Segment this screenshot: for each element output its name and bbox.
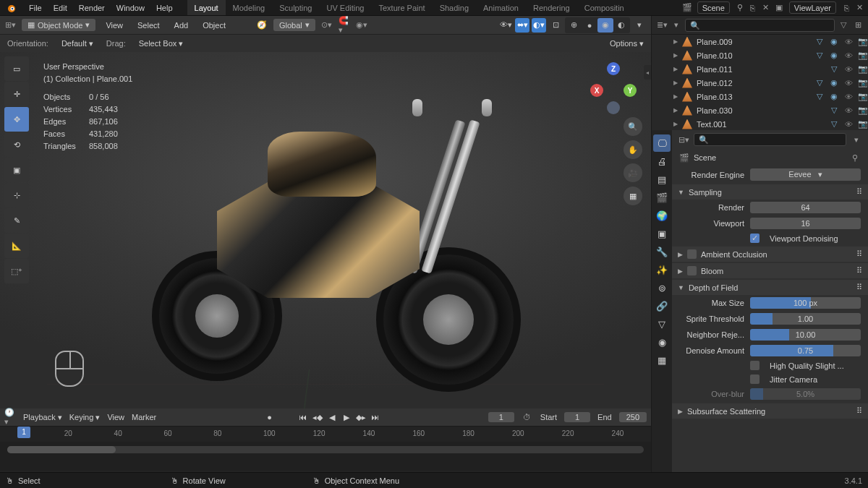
workspace-compositing[interactable]: Compositin bbox=[577, 0, 631, 15]
blender-logo-icon[interactable] bbox=[4, 1, 19, 15]
zoom-icon[interactable]: 🔍 bbox=[624, 117, 642, 136]
disable-render-icon[interactable]: 📷 bbox=[858, 51, 868, 60]
vp-menu-select[interactable]: Select bbox=[133, 21, 164, 30]
perspective-icon[interactable]: ▦ bbox=[624, 187, 642, 205]
tab-output[interactable]: 🖨 bbox=[653, 153, 671, 170]
data-icon[interactable]: ▽ bbox=[814, 37, 825, 46]
outliner-search[interactable] bbox=[685, 19, 835, 32]
disable-render-icon[interactable]: 📷 bbox=[858, 119, 868, 129]
tab-modifiers[interactable]: 🔧 bbox=[653, 243, 671, 260]
tool-select-box[interactable]: ▭ bbox=[4, 56, 29, 81]
pivot-icon[interactable]: ⊙▾ bbox=[321, 20, 333, 31]
tl-marker[interactable]: Marker bbox=[132, 413, 156, 421]
tool-move[interactable]: ✥ bbox=[4, 107, 29, 132]
hide-viewport-icon[interactable]: 👁 bbox=[843, 38, 854, 46]
hide-viewport-icon[interactable]: 👁 bbox=[843, 120, 854, 129]
overlays-icon[interactable]: ◐▾ bbox=[532, 18, 546, 33]
clock-icon[interactable]: ⏱ bbox=[522, 411, 533, 423]
outliner-row[interactable]: ▶Plane.013▽◉👁📷 bbox=[652, 90, 868, 103]
mode-dropdown[interactable]: ▦ Object Mode ▾ bbox=[22, 19, 95, 31]
outliner-row[interactable]: ▶Plane.011▽👁📷 bbox=[652, 62, 868, 76]
disclosure-icon[interactable]: ▶ bbox=[673, 38, 678, 45]
tab-physics[interactable]: ⊚ bbox=[653, 279, 671, 296]
hide-viewport-icon[interactable]: 👁 bbox=[843, 51, 854, 60]
outliner-row[interactable]: ▶Plane.010▽◉👁📷 bbox=[652, 48, 868, 62]
hide-viewport-icon[interactable]: 👁 bbox=[843, 65, 854, 74]
jump-end-icon[interactable]: ⏭ bbox=[369, 411, 382, 424]
autokey-icon[interactable]: ● bbox=[263, 411, 276, 424]
menu-render[interactable]: Render bbox=[73, 0, 111, 15]
orientation-value[interactable]: Default ▾ bbox=[61, 39, 93, 48]
scene-name-prop[interactable]: Scene bbox=[694, 153, 716, 162]
tl-view[interactable]: View bbox=[107, 413, 124, 421]
tab-viewlayer[interactable]: ▤ bbox=[653, 171, 671, 188]
disclosure-icon[interactable]: ▶ bbox=[673, 80, 678, 86]
jump-next-key-icon[interactable]: ◆▸ bbox=[354, 411, 367, 424]
den-value[interactable]: 0.75 bbox=[750, 345, 861, 356]
tab-texture[interactable]: ▦ bbox=[653, 351, 671, 369]
tool-scale[interactable]: ▣ bbox=[4, 158, 29, 182]
menu-edit[interactable]: Edit bbox=[48, 0, 73, 15]
playhead[interactable]: 1 bbox=[17, 427, 30, 438]
axis-neg[interactable] bbox=[607, 101, 620, 114]
hide-viewport-icon[interactable]: 👁 bbox=[843, 79, 854, 87]
orientation-icon[interactable]: 🧭 bbox=[256, 20, 268, 31]
orientation-dropdown[interactable]: Global ▾ bbox=[273, 19, 315, 31]
options-dropdown[interactable]: Options ▾ bbox=[610, 39, 644, 48]
axis-x[interactable]: X bbox=[590, 84, 603, 97]
tab-constraints[interactable]: 🔗 bbox=[653, 297, 671, 314]
data-icon[interactable]: ▽ bbox=[829, 64, 839, 74]
tab-particles[interactable]: ✨ bbox=[653, 261, 671, 278]
panel-ao[interactable]: ▶Ambient Occlusion⠿ bbox=[672, 247, 868, 262]
outliner-mode-icon[interactable]: ▾ bbox=[671, 20, 682, 31]
outliner-tree[interactable]: ▶Plane.009▽◉👁📷▶Plane.010▽◉👁📷▶Plane.011▽👁… bbox=[652, 35, 868, 130]
new-collection-icon[interactable]: ⊞ bbox=[852, 20, 864, 31]
tool-cursor[interactable]: ✛ bbox=[4, 82, 29, 106]
data-icon[interactable]: ▽ bbox=[814, 92, 825, 101]
current-frame[interactable]: 1 bbox=[488, 412, 514, 422]
workspace-sculpting[interactable]: Sculpting bbox=[272, 0, 319, 15]
tab-render[interactable]: 🖵 bbox=[653, 134, 671, 152]
playback-dropdown[interactable]: Playback ▾ bbox=[23, 413, 62, 422]
3d-viewport[interactable]: ▭ ✛ ✥ ⟲ ▣ ⊹ ✎ 📐 ⬚⁺ User Perspective (1) … bbox=[0, 52, 651, 408]
shading-options-icon[interactable]: ▾ bbox=[632, 18, 647, 33]
props-search[interactable] bbox=[694, 133, 846, 146]
neigh-value[interactable]: 10.00 bbox=[750, 329, 861, 341]
disclosure-icon[interactable]: ▶ bbox=[673, 52, 678, 59]
denoise-checkbox[interactable]: ✓ bbox=[750, 234, 760, 243]
disclosure-icon[interactable]: ▶ bbox=[673, 93, 678, 100]
shading-solid-icon[interactable]: ● bbox=[582, 18, 597, 33]
vp-menu-view[interactable]: View bbox=[101, 21, 127, 30]
play-icon[interactable]: ▶ bbox=[340, 411, 353, 424]
ao-checkbox[interactable] bbox=[687, 249, 697, 259]
tool-measure[interactable]: 📐 bbox=[4, 234, 29, 258]
engine-dropdown[interactable]: Eevee ▾ bbox=[750, 168, 861, 181]
workspace-shading[interactable]: Shading bbox=[433, 0, 476, 15]
hq-checkbox[interactable] bbox=[750, 361, 760, 370]
nav-gizmo[interactable]: Z X Y bbox=[590, 62, 637, 108]
gizmo-icon[interactable]: ⬌▾ bbox=[515, 18, 529, 33]
delete-scene-icon[interactable]: ✕ bbox=[760, 2, 772, 14]
shading-rendered-icon[interactable]: ◐ bbox=[613, 18, 629, 33]
bloom-checkbox[interactable] bbox=[687, 266, 697, 275]
end-frame[interactable]: 250 bbox=[619, 412, 647, 422]
drag-value[interactable]: Select Box ▾ bbox=[139, 39, 184, 48]
shading-material-icon[interactable]: ◉ bbox=[597, 18, 613, 33]
filter-icon[interactable]: ▽ bbox=[838, 20, 849, 31]
material-icon[interactable]: ◉ bbox=[829, 78, 839, 87]
panel-dof[interactable]: ▼Depth of Field⠿ bbox=[672, 280, 868, 295]
data-icon[interactable]: ▽ bbox=[829, 106, 839, 115]
jump-start-icon[interactable]: ⏮ bbox=[297, 411, 310, 424]
outliner-type-icon[interactable]: ≣▾ bbox=[656, 20, 668, 31]
axis-y[interactable]: Y bbox=[624, 84, 637, 97]
menu-help[interactable]: Help bbox=[150, 0, 179, 15]
jump-prev-key-icon[interactable]: ◂◆ bbox=[311, 411, 324, 424]
viewport-samples[interactable]: 16 bbox=[750, 218, 861, 229]
xray-icon[interactable]: ⊡ bbox=[548, 18, 563, 33]
scrollbar-thumb[interactable] bbox=[7, 446, 116, 453]
workspace-texpaint[interactable]: Texture Paint bbox=[371, 0, 432, 15]
new-scene-icon[interactable]: ⎘ bbox=[747, 2, 759, 14]
timeline-editor-icon[interactable]: 🕐▾ bbox=[4, 411, 16, 423]
panel-sss[interactable]: ▶Subsurface Scattering⠿ bbox=[672, 403, 868, 419]
tool-transform[interactable]: ⊹ bbox=[4, 183, 29, 207]
